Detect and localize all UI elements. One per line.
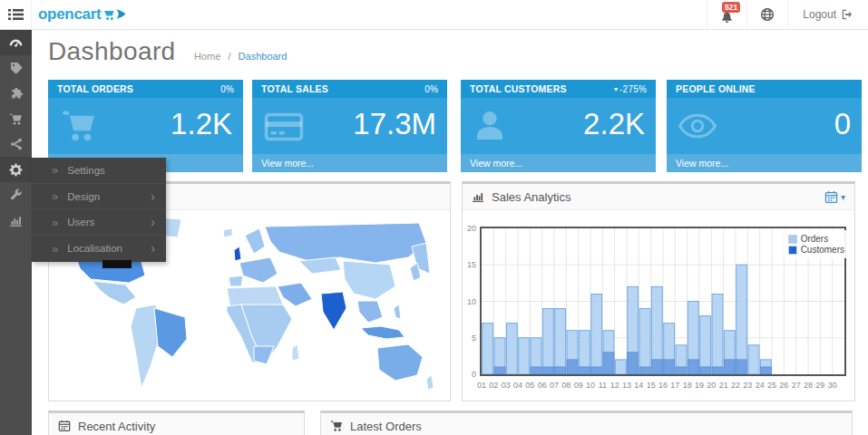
top-header: opencart 521 (0, 0, 868, 30)
flyout-item-settings[interactable]: » Settings (32, 158, 166, 184)
sidebar-item-marketing[interactable] (0, 131, 32, 157)
sidebar-item-extensions[interactable] (0, 81, 32, 106)
logout-button[interactable]: Logout (787, 0, 868, 29)
chart-legend: Orders Customers (784, 230, 849, 258)
flyout-item-label: Users (67, 217, 94, 227)
sidebar-item-system[interactable] (0, 157, 32, 182)
opencart-cart-mark-icon (103, 8, 127, 22)
user-icon (472, 106, 508, 146)
tile-percent: 0% (424, 84, 438, 94)
menu-list-icon (8, 8, 24, 21)
breadcrumb-home-link[interactable]: Home (194, 51, 220, 62)
cart-icon (59, 108, 99, 144)
opencart-logo[interactable]: opencart (38, 0, 127, 29)
tile-value: 2.2K (583, 107, 645, 141)
eye-icon (678, 113, 717, 139)
y-tick-label: 10 (463, 297, 476, 306)
tile-value: 0 (834, 107, 851, 141)
recent-activity-title: Recent Activity (78, 420, 155, 433)
tile-percent: 0% (220, 84, 234, 94)
bar-chart-icon (9, 214, 23, 227)
caret-down-icon: ▾ (614, 85, 618, 93)
tile-total-sales: TOTAL SALES 0% 17.3M View more... (252, 80, 447, 172)
calendar-icon (58, 420, 71, 432)
flyout-item-users[interactable]: » Users › (32, 209, 166, 236)
caret-down-icon: ▾ (841, 192, 845, 202)
tile-total-customers: TOTAL CUSTOMERS ▾ -275% 2.2K View more..… (461, 80, 656, 172)
y-tick-label: 20 (463, 224, 476, 233)
language-button[interactable] (746, 0, 787, 29)
recent-activity-header: Recent Activity (49, 413, 304, 435)
chevron-right-icon: › (151, 190, 155, 203)
sales-analytics-header: Sales Analytics (463, 184, 854, 210)
tile-label: TOTAL SALES (261, 83, 328, 94)
customers-legend-label: Customers (801, 245, 844, 255)
sidebar-item-catalog[interactable] (0, 55, 32, 81)
y-tick-label: 5 (463, 334, 476, 343)
sidebar-item-reports[interactable] (0, 208, 32, 233)
view-more-link[interactable]: View more... (252, 154, 447, 172)
latest-orders-title: Latest Orders (350, 420, 422, 433)
breadcrumb-separator: / (228, 51, 230, 62)
globe-icon (760, 7, 775, 22)
tile-value: 1.2K (171, 107, 232, 141)
tile-label: TOTAL CUSTOMERS (470, 83, 567, 94)
tachometer-icon (9, 36, 23, 50)
breadcrumb: Home / Dashboard (194, 51, 287, 62)
view-more-link[interactable]: View more... (667, 154, 862, 172)
page-title: Dashboard (48, 37, 176, 65)
credit-card-icon (263, 111, 305, 143)
x-tick-label: 30 (824, 381, 841, 390)
sidebar-item-dashboard[interactable] (0, 30, 32, 55)
flyout-item-label: Settings (67, 165, 105, 176)
tile-people-online: PEOPLE ONLINE 0 View more... (667, 80, 862, 172)
sidebar-item-tools[interactable] (0, 182, 32, 208)
tag-icon (10, 62, 23, 74)
latest-orders-header: Latest Orders (321, 413, 852, 435)
chevron-right-icon: › (151, 242, 155, 255)
cart-icon (330, 420, 343, 432)
flyout-item-label: Design (67, 191, 100, 202)
notifications-button[interactable]: 521 (707, 0, 746, 29)
sales-analytics-chart: Orders Customers 01020304050607080910111… (463, 210, 854, 400)
notification-badge: 521 (722, 2, 740, 13)
system-flyout-menu: » Settings » Design › » Users › » Locali… (32, 158, 166, 262)
tile-percent: ▾ -275% (614, 84, 647, 94)
latest-orders-panel: Latest Orders (320, 411, 853, 435)
tile-label: PEOPLE ONLINE (676, 83, 756, 94)
sidebar (0, 30, 32, 435)
y-tick-label: 0 (463, 370, 476, 379)
flyout-item-label: Localisation (67, 243, 122, 254)
orders-legend-label: Orders (801, 234, 829, 244)
flyout-item-design[interactable]: » Design › (32, 184, 166, 210)
opencart-admin-dashboard: opencart 521 (0, 0, 868, 435)
customers-legend-swatch (788, 246, 797, 255)
chart-range-dropdown-button[interactable]: ▾ (824, 190, 845, 204)
chevron-right-icon: › (151, 216, 155, 228)
flyout-shadow-artifact (102, 260, 132, 268)
sidebar-item-sales[interactable] (0, 106, 32, 131)
bar-chart-icon (472, 190, 484, 203)
breadcrumb-dashboard-link[interactable]: Dashboard (239, 51, 288, 62)
puzzle-icon (10, 87, 23, 100)
logo-text: opencart (38, 5, 101, 24)
double-angle-icon: » (52, 163, 58, 177)
calendar-icon (824, 190, 838, 204)
orders-legend-swatch (788, 235, 797, 244)
view-more-link[interactable]: View more... (461, 154, 656, 172)
flyout-item-localisation[interactable]: » Localisation › (32, 236, 166, 262)
double-angle-icon: » (52, 189, 58, 203)
tile-value: 17.3M (353, 107, 436, 141)
tile-label: TOTAL ORDERS (57, 83, 133, 94)
double-angle-icon: » (52, 242, 58, 256)
sign-out-icon (841, 8, 853, 21)
wrench-icon (10, 188, 23, 201)
menu-toggle-button[interactable] (0, 0, 32, 29)
sales-analytics-title: Sales Analytics (492, 190, 571, 204)
share-icon (10, 138, 23, 150)
double-angle-icon: » (52, 216, 58, 229)
gear-icon (9, 163, 23, 177)
recent-activity-panel: Recent Activity (48, 411, 305, 435)
cart-icon (9, 112, 23, 126)
y-tick-label: 15 (463, 260, 476, 269)
